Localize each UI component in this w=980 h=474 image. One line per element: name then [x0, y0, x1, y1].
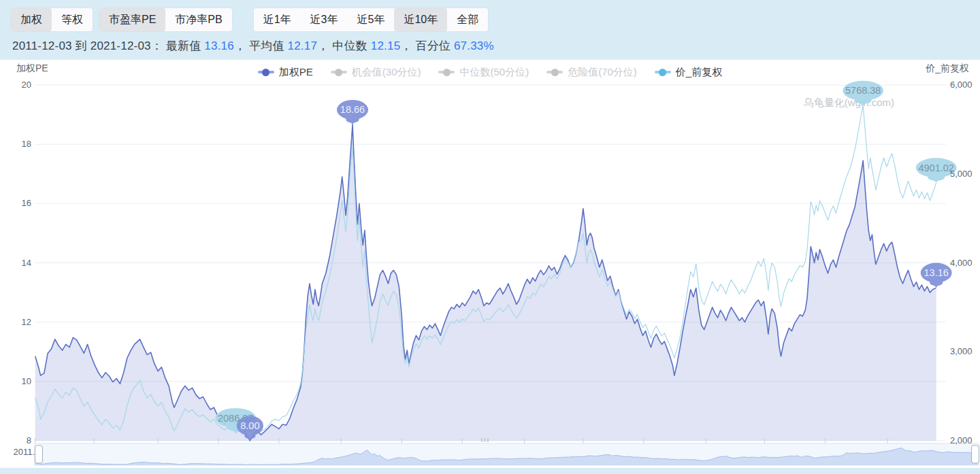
navigator-grip-icon[interactable]	[481, 438, 483, 442]
right-axis-tick-label: 2,000	[950, 435, 973, 445]
summary-value: 12.17	[288, 39, 318, 52]
navigator-right-handle[interactable]	[972, 445, 979, 463]
button-group-range-toggle: 近1年近3年近5年近10年全部	[254, 8, 489, 31]
pe-last-marker-label: 13.16	[924, 267, 949, 278]
summary-label: ， 中位数	[317, 39, 371, 52]
price-max-marker-label: 5768.38	[845, 85, 881, 96]
right-axis-tick-label: 6,000	[950, 80, 973, 90]
summary-value: 12.15	[371, 39, 401, 52]
toolbar-button-全部[interactable]: 全部	[447, 8, 488, 31]
summary-label: 2011-12-03 到 2021-12-03：	[12, 39, 166, 52]
toolbar-button-市盈率PE[interactable]: 市盈率PE	[99, 8, 165, 31]
pe-max-marker-label: 18.66	[340, 104, 365, 115]
right-axis-tick-label: 4,000	[950, 258, 973, 268]
toolbar: 加权等权市盈率PE市净率PB近1年近3年近5年近10年全部	[11, 8, 495, 31]
navigator-selected-range[interactable]	[39, 443, 975, 465]
chart-card: 加权PE 价_前复权 加权PE机会值(30分位)中位数(50分位)危险值(70分…	[0, 60, 980, 468]
button-group-metric-toggle: 市盈率PE市净率PB	[99, 8, 232, 31]
toolbar-button-近5年[interactable]: 近5年	[348, 8, 395, 31]
pe-min-marker-label: 8.00	[240, 420, 259, 431]
left-axis-tick-label: 12	[0, 317, 31, 327]
left-axis-tick-label: 10	[0, 376, 31, 386]
button-group-weight-toggle: 加权等权	[11, 8, 93, 31]
left-axis-tick-label: 18	[0, 139, 31, 149]
right-axis-tick-label: 3,000	[950, 346, 973, 356]
navigator-grip-icon[interactable]	[487, 438, 489, 442]
left-axis-tick-label: 16	[0, 198, 31, 208]
summary-value: 13.16	[204, 39, 234, 52]
toolbar-button-近3年[interactable]: 近3年	[301, 8, 348, 31]
toolbar-button-市净率PB[interactable]: 市净率PB	[165, 8, 231, 31]
chart-canvas: 2011.12.082012.08.022013.04.182013.12.19…	[0, 60, 980, 468]
toolbar-button-近10年[interactable]: 近10年	[394, 8, 447, 31]
navigator-grip-icon[interactable]	[485, 438, 486, 442]
left-axis-tick-label: 8	[0, 435, 31, 445]
toolbar-button-加权[interactable]: 加权	[11, 8, 52, 31]
navigator-left-handle[interactable]	[35, 445, 43, 463]
summary-line: 2011-12-03 到 2021-12-03： 最新值 13.16， 平均值 …	[12, 38, 494, 54]
summary-label: ， 百分位	[400, 39, 454, 52]
toolbar-button-等权[interactable]: 等权	[52, 8, 93, 31]
summary-label: ， 平均值	[234, 39, 288, 52]
left-axis-tick-label: 20	[0, 80, 31, 90]
summary-label: 最新值	[166, 39, 205, 52]
toolbar-button-近1年[interactable]: 近1年	[254, 8, 301, 31]
price-last-marker-label: 4901.02	[918, 163, 953, 173]
left-axis-tick-label: 14	[0, 258, 31, 268]
summary-value: 67.33%	[454, 39, 494, 52]
right-axis-tick-label: 5,000	[950, 169, 973, 179]
